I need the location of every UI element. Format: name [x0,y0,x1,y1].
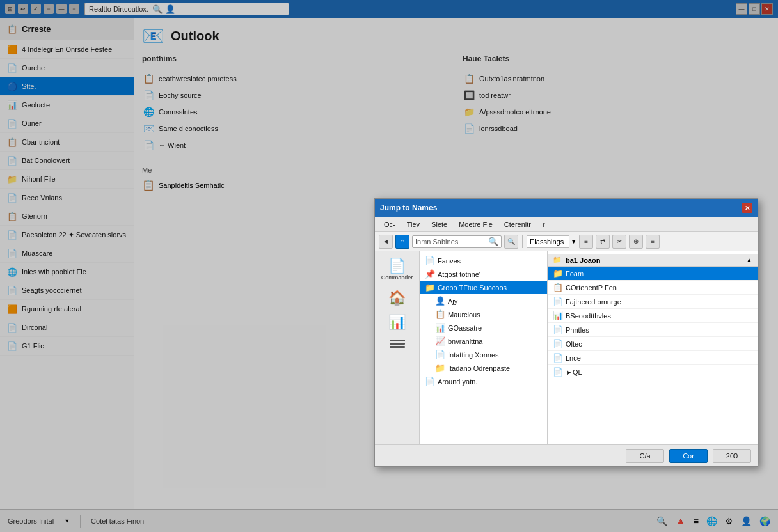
toolbar-btn2[interactable]: ⇄ [596,235,610,249]
modal-menu-bar: Oc- Tiev Siete Moetre Fie Cterenitr r [375,217,758,232]
nav-list-visual-icon [390,340,405,348]
menu-item-moetre[interactable]: Moetre Fie [454,219,498,230]
list-label-4: Phntles [566,326,589,334]
list-item-5[interactable]: 📄Oltec [548,337,758,351]
modal-dropdown-label[interactable]: Elasshings [527,235,569,248]
list-icon-3: 📊 [553,311,563,320]
nav-icon-list[interactable] [378,337,417,350]
modal-left-nav: 📄 Commander 🏠 📊 [375,251,420,444]
tree-label-0: Fanves [438,257,461,265]
modal-search-box[interactable]: Inmn Sabines 🔍 [412,235,502,248]
nav-icon-commander[interactable]: 📄 Commander [378,256,417,283]
footer-btn3[interactable]: 200 [713,449,751,463]
modal-title-text: Jump to Names [380,203,437,212]
modal-search-icon: 🔍 [488,237,498,246]
tree-label-3: Ajy [448,297,457,305]
tree-item-4[interactable]: 📋Maurclous [420,308,547,321]
tree-icon-6: 📈 [435,336,445,346]
list-item-3[interactable]: 📊BSeoodtthvles [548,309,758,323]
list-label-3: BSeoodtthvles [566,312,611,320]
toolbar-dropdown[interactable]: Elasshings ▼ [527,235,576,248]
toolbar-btn3[interactable]: ✂ [612,235,626,249]
dropdown-arrow-icon: ▼ [571,239,576,245]
tree-icon-1: 📌 [425,269,435,279]
tree-label-9: Around yatn. [438,378,477,386]
tree-icon-9: 📄 [425,377,435,386]
main-window: ⊞ ↩ ✓ ≡ — ≡ Realtto Dirtcoutlox. 🔍 👤 — □… [0,0,778,532]
modal-list-panel: 📁 ba1 Joaon ▲ 📁Foam📋COrtenentP Fen📄Fajtn… [548,251,758,444]
list-icon-1: 📋 [553,283,563,292]
tree-label-2: Grobo TFtue Suocoos [438,284,507,292]
list-header-label: ba1 Joaon [566,256,600,264]
tree-item-3[interactable]: 👤Ajy [420,294,547,308]
toolbar-search-button[interactable]: 🔍 [504,235,518,249]
tree-icon-3: 👤 [435,296,445,306]
tree-icon-4: 📋 [435,309,445,319]
menu-item-cterenitr[interactable]: Cterenitr [499,219,536,230]
nav-icon-chart[interactable]: 📊 [378,313,417,332]
list-item-2[interactable]: 📄Fajtnered omnrge [548,295,758,309]
modal-tree-panel: 📄Fanves📌Atgost totnne'📁Grobo TFtue Suoco… [420,251,548,444]
tree-item-0[interactable]: 📄Fanves [420,254,547,267]
tree-icon-5: 📊 [435,323,445,332]
list-icon-4: 📄 [553,325,563,334]
toolbar-btn4[interactable]: ⊕ [629,235,643,249]
list-item-1[interactable]: 📋COrtenentP Fen [548,281,758,295]
list-header: 📁 ba1 Joaon ▲ [548,254,758,267]
nav-icon-home[interactable]: 🏠 [378,288,417,308]
toolbar-back-button[interactable]: ◄ [379,235,393,249]
list-label-5: Oltec [566,340,582,348]
modal-search-value: Inmn Sabines [415,238,458,246]
list-header-arrow: ▲ [746,256,752,263]
tree-label-1: Atgost totnne' [438,270,480,278]
list-label-6: Lnce [566,354,581,362]
tree-item-8[interactable]: 📁Itadano Odrenpaste [420,361,547,375]
nav-commander-icon: 📄 [388,259,406,273]
list-icon-6: 📄 [553,353,563,363]
list-label-0: Foam [566,270,584,278]
modal-footer: C/a Cor 200 [375,444,758,466]
toolbar-btn1[interactable]: ≡ [579,235,593,249]
tree-icon-7: 📄 [435,350,445,359]
tree-label-6: bnvranlttna [448,338,482,345]
modal-overlay[interactable]: Jump to Names ✕ Oc- Tiev Siete Moetre Fi… [0,0,778,532]
toolbar-home-button[interactable]: ⌂ [395,235,409,249]
list-item-4[interactable]: 📄Phntles [548,323,758,337]
toolbar-separator [522,235,523,248]
list-icon-2: 📄 [553,297,563,306]
tree-label-5: GOassatre [448,324,482,332]
tree-item-5[interactable]: 📊GOassatre [420,321,547,334]
tree-icon-8: 📁 [435,363,445,373]
list-label-1: COrtenentP Fen [566,284,617,292]
modal-list-items-container: 📁Foam📋COrtenentP Fen📄Fajtnered omnrge📊BS… [548,267,758,379]
list-icon-5: 📄 [553,339,563,348]
modal-body: 📄 Commander 🏠 📊 [375,251,758,444]
menu-item-r[interactable]: r [537,219,550,230]
tree-icon-0: 📄 [425,256,435,265]
tree-item-9[interactable]: 📄Around yatn. [420,375,547,388]
menu-item-siete[interactable]: Siete [426,219,452,230]
footer-btn2[interactable]: Cor [669,449,708,463]
tree-item-6[interactable]: 📈bnvranlttna [420,334,547,348]
list-item-0[interactable]: 📁Foam [548,267,758,281]
list-label-7: ►QL [566,368,582,376]
tree-icon-2: 📁 [425,283,435,292]
nav-home-icon: 🏠 [388,291,406,305]
tree-item-7[interactable]: 📄Intatting Xonnes [420,348,547,361]
tree-item-2[interactable]: 📁Grobo TFtue Suocoos [420,281,547,294]
footer-btn1[interactable]: C/a [626,449,664,463]
nav-chart-icon: 📊 [388,315,406,329]
menu-item-oc[interactable]: Oc- [379,219,401,230]
list-icon-7: 📄 [553,367,563,377]
nav-commander-label: Commander [381,274,413,281]
menu-item-tiev[interactable]: Tiev [402,219,425,230]
tree-label-7: Intatting Xonnes [448,351,499,359]
toolbar-btn5[interactable]: ≡ [646,235,660,249]
modal-toolbar: ◄ ⌂ Inmn Sabines 🔍 🔍 Elasshings ▼ ≡ ⇄ ✂ … [375,232,758,251]
list-item-6[interactable]: 📄Lnce [548,351,758,365]
modal-close-button[interactable]: ✕ [742,203,752,213]
list-item-7[interactable]: 📄►QL [548,365,758,379]
modal-tree-items-container: 📄Fanves📌Atgost totnne'📁Grobo TFtue Suoco… [420,254,547,388]
tree-label-4: Maurclous [448,311,480,318]
tree-item-1[interactable]: 📌Atgost totnne' [420,267,547,281]
